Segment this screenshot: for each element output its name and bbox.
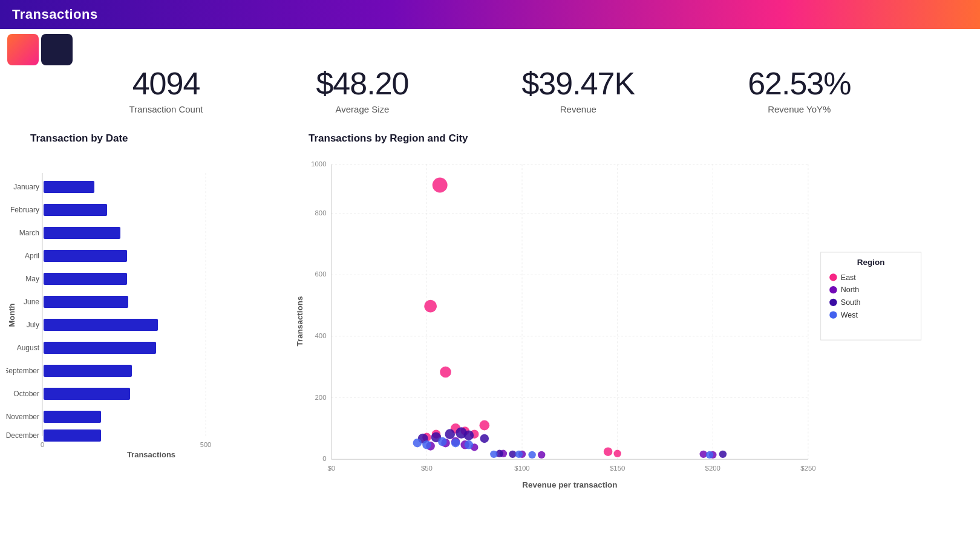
logo-area [0, 29, 80, 70]
svg-text:South: South [841, 298, 861, 307]
svg-text:West: West [841, 311, 858, 319]
bar-chart-title: Transaction by Date [30, 132, 272, 145]
scatter-chart-svg: Transactions Revenue per transaction [284, 152, 962, 491]
svg-point-87 [422, 440, 431, 449]
svg-text:September: September [6, 367, 39, 375]
bar-chart-section: Transaction by Date Month Transactions 0… [6, 132, 272, 491]
svg-text:$200: $200 [705, 465, 720, 472]
svg-text:Transactions: Transactions [295, 296, 304, 346]
kpi-transaction-count-value: 4094 [129, 65, 203, 102]
svg-point-90 [465, 440, 474, 449]
scatter-chart-container: Transactions Revenue per transaction [284, 152, 962, 491]
svg-point-89 [451, 439, 460, 448]
svg-text:August: August [17, 344, 40, 352]
svg-rect-29 [44, 429, 101, 442]
svg-text:800: 800 [315, 209, 326, 217]
main-content: Transaction by Date Month Transactions 0… [0, 120, 980, 497]
svg-text:500: 500 [200, 441, 211, 448]
kpi-revenue-value: $39.47K [521, 65, 635, 102]
svg-text:July: July [27, 321, 39, 329]
svg-text:0: 0 [41, 441, 44, 448]
svg-point-56 [433, 178, 448, 193]
svg-point-91 [490, 451, 497, 458]
kpi-average-size-value: $48.20 [316, 65, 408, 102]
svg-point-82 [480, 434, 489, 443]
bar-chart-svg: Month Transactions 0 500 January Februar… [6, 152, 260, 466]
svg-point-97 [829, 273, 837, 281]
svg-text:January: January [13, 183, 39, 191]
svg-point-93 [528, 451, 535, 459]
svg-rect-9 [44, 204, 107, 216]
kpi-average-size-label: Average Size [316, 104, 408, 114]
svg-text:May: May [25, 275, 39, 283]
svg-point-99 [829, 286, 837, 293]
kpi-transaction-count-label: Transaction Count [129, 104, 203, 114]
kpi-revenue-label: Revenue [521, 104, 635, 114]
svg-text:Month: Month [7, 303, 16, 327]
logo-box-orange [7, 34, 39, 65]
svg-rect-25 [44, 388, 130, 400]
kpi-transaction-count: 4094 Transaction Count [129, 65, 203, 114]
svg-rect-7 [44, 181, 94, 193]
svg-rect-21 [44, 342, 156, 354]
svg-text:February: February [10, 206, 39, 214]
scatter-chart-title: Transactions by Region and City [309, 132, 962, 145]
svg-text:March: March [19, 229, 39, 237]
header: Transactions [0, 0, 980, 29]
svg-text:April: April [25, 252, 39, 260]
svg-text:East: East [841, 273, 856, 282]
svg-text:Transactions: Transactions [127, 450, 175, 459]
svg-rect-17 [44, 296, 128, 308]
svg-point-81 [464, 430, 474, 440]
logo-box-dark [41, 34, 73, 65]
kpi-revenue-yoy: 62.53% Revenue YoY% [748, 65, 851, 114]
svg-text:North: North [841, 286, 859, 294]
svg-point-74 [538, 451, 545, 459]
svg-text:1000: 1000 [311, 160, 326, 168]
svg-rect-13 [44, 250, 127, 262]
kpi-average-size: $48.20 Average Size [316, 65, 408, 114]
svg-point-58 [440, 367, 451, 378]
kpi-revenue-yoy-value: 62.53% [748, 65, 851, 102]
svg-point-65 [604, 447, 613, 456]
scatter-chart-section: Transactions by Region and City Transact… [284, 132, 962, 491]
svg-text:November: November [6, 413, 39, 421]
svg-point-66 [613, 450, 621, 457]
kpi-row: 4094 Transaction Count $48.20 Average Si… [0, 47, 980, 120]
svg-point-88 [438, 437, 447, 446]
svg-text:0: 0 [322, 455, 326, 462]
svg-rect-15 [44, 273, 127, 285]
svg-point-103 [829, 311, 837, 318]
svg-point-57 [424, 300, 437, 313]
bar-chart-container: Month Transactions 0 500 January Februar… [6, 152, 260, 466]
svg-point-86 [413, 439, 422, 448]
svg-point-92 [515, 451, 523, 458]
svg-point-79 [445, 429, 455, 439]
svg-text:$150: $150 [610, 465, 625, 472]
svg-text:600: 600 [315, 270, 326, 278]
svg-text:$0: $0 [327, 465, 335, 472]
svg-text:200: 200 [315, 394, 326, 401]
svg-rect-11 [44, 227, 120, 239]
svg-text:$100: $100 [514, 465, 529, 472]
svg-text:December: December [6, 431, 39, 440]
svg-point-85 [719, 451, 727, 458]
svg-rect-23 [44, 365, 132, 377]
svg-text:Region: Region [857, 258, 885, 267]
svg-rect-27 [44, 411, 101, 423]
svg-text:June: June [24, 298, 39, 306]
page-title: Transactions [12, 7, 98, 22]
svg-point-101 [829, 299, 837, 306]
svg-text:October: October [13, 390, 39, 398]
svg-rect-19 [44, 319, 158, 331]
svg-text:Revenue per transaction: Revenue per transaction [522, 480, 617, 489]
svg-text:$250: $250 [800, 465, 815, 472]
kpi-revenue-yoy-label: Revenue YoY% [748, 104, 851, 114]
svg-text:400: 400 [315, 332, 326, 339]
svg-point-62 [480, 420, 490, 431]
kpi-revenue: $39.47K Revenue [521, 65, 635, 114]
svg-point-94 [706, 451, 713, 459]
svg-text:$50: $50 [421, 465, 433, 472]
